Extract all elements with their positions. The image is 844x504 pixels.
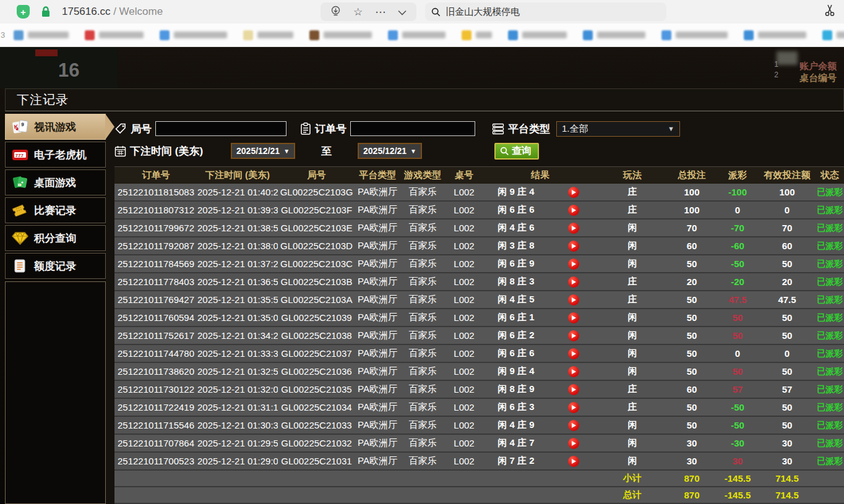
casino-blur-tile bbox=[777, 51, 798, 65]
sidebar-item-3[interactable]: 比赛记录 bbox=[5, 197, 106, 223]
round-id-cell: GL00225C21038 bbox=[278, 330, 355, 341]
game-type-cell: 百家乐 bbox=[400, 419, 446, 431]
total-bet-cell: 50 bbox=[667, 330, 717, 341]
order-number-input[interactable] bbox=[350, 121, 475, 136]
play-replay-button[interactable] bbox=[568, 312, 579, 323]
play-type-cell: 闲 bbox=[598, 240, 667, 252]
play-replay-button[interactable] bbox=[568, 294, 579, 305]
play-replay-button[interactable] bbox=[568, 438, 579, 449]
result-text: 闲 4 庄 7 bbox=[483, 437, 549, 449]
bookmark-item[interactable] bbox=[822, 30, 844, 40]
bookmark-item[interactable] bbox=[661, 30, 728, 40]
table-row: 2512210117155462025-12-21 01:30:34GL0022… bbox=[114, 417, 844, 435]
bookmark-favicon-icon bbox=[822, 30, 832, 40]
query-button[interactable]: 查询 bbox=[494, 143, 539, 160]
play-replay-button[interactable] bbox=[568, 205, 579, 216]
payout-cell: 50 bbox=[717, 366, 759, 377]
sidebar-item-label: 视讯游戏 bbox=[34, 120, 76, 134]
table-row: 2512210117845692025-12-21 01:37:25GL0022… bbox=[114, 255, 844, 273]
play-replay-button[interactable] bbox=[568, 420, 579, 431]
round-id-cell: GL00225C21034 bbox=[278, 402, 355, 412]
round-id-cell: GL00225C21039 bbox=[278, 312, 355, 323]
play-replay-button[interactable] bbox=[568, 348, 579, 359]
sidebar-item-label: 额度记录 bbox=[34, 259, 76, 273]
play-replay-button[interactable] bbox=[568, 223, 579, 234]
platform-cell: PA欧洲厅 bbox=[355, 186, 400, 198]
order-id-cell: 251221011815083 bbox=[114, 187, 197, 197]
game-type-cell: 百家乐 bbox=[400, 186, 446, 198]
bookmark-item[interactable] bbox=[744, 30, 806, 40]
play-replay-button[interactable] bbox=[568, 276, 579, 288]
more-menu-icon[interactable]: ⋯ bbox=[375, 7, 385, 17]
table-no-cell: L002 bbox=[446, 223, 483, 233]
valid-bet-cell: 50 bbox=[759, 366, 816, 377]
total-bet-cell: 50 bbox=[667, 348, 717, 359]
diamond-icon bbox=[11, 230, 28, 246]
scissors-icon[interactable] bbox=[824, 4, 835, 19]
subtotal-row: 小计 870 -145.5 714.5 bbox=[114, 471, 844, 487]
date-from-select[interactable]: 2025/12/21 ▼ bbox=[231, 143, 295, 159]
bookmark-item[interactable] bbox=[309, 30, 372, 40]
sidebar-item-0[interactable]: K9视讯游戏 bbox=[5, 114, 106, 140]
valid-bet-cell: 47.5 bbox=[759, 294, 816, 305]
https-lock-icon[interactable] bbox=[41, 6, 51, 17]
order-id-cell: 251221011799672 bbox=[114, 223, 197, 233]
play-type-cell: 庄 bbox=[598, 294, 667, 305]
play-replay-button[interactable] bbox=[568, 384, 579, 395]
sidebar-item-4[interactable]: 积分查询 bbox=[5, 225, 106, 251]
play-replay-button[interactable] bbox=[568, 241, 579, 252]
bookmark-item[interactable] bbox=[508, 30, 567, 40]
platform-cell: PA欧洲厅 bbox=[355, 294, 400, 305]
play-type-cell: 庄 bbox=[598, 204, 667, 216]
table-no-cell: L002 bbox=[446, 241, 483, 251]
sidebar-item-5[interactable]: 额度记录 bbox=[5, 253, 106, 279]
sidebar-item-1[interactable]: 777电子老虎机 bbox=[5, 142, 106, 168]
sidebar-item-2[interactable]: 10桌面游戏 bbox=[5, 169, 106, 195]
address-bar[interactable]: 175616.cc / Welcome bbox=[62, 6, 163, 18]
round-number-input[interactable] bbox=[155, 121, 286, 136]
sidebar: K9视讯游戏777电子老虎机10桌面游戏比赛记录积分查询额度记录 bbox=[5, 111, 106, 504]
date-to-value: 2025/12/21 bbox=[363, 146, 407, 156]
install-icon[interactable] bbox=[330, 6, 341, 18]
round-id-cell: GL00225C21036 bbox=[278, 366, 355, 377]
bookmark-item[interactable] bbox=[14, 30, 69, 40]
bookmark-item[interactable] bbox=[85, 30, 144, 40]
play-type-cell: 闲 bbox=[598, 455, 667, 467]
date-caret-icon: ▼ bbox=[283, 148, 290, 155]
bet-time-cell: 2025-12-21 01:40:20 bbox=[197, 187, 278, 197]
sidebar-item-label: 桌面游戏 bbox=[34, 176, 76, 190]
status-cell: 已派彩 bbox=[816, 366, 844, 377]
bookmark-item[interactable] bbox=[583, 30, 645, 40]
platform-type-select[interactable]: 1.全部 ▼ bbox=[556, 121, 680, 137]
order-id-cell: 251221011738620 bbox=[114, 366, 197, 377]
bookmark-item[interactable] bbox=[388, 30, 446, 40]
bookmark-item[interactable] bbox=[462, 30, 492, 40]
bookmark-star-icon[interactable]: ☆ bbox=[353, 7, 363, 17]
browser-toolbar: + 175616.cc / Welcome ☆ ⋯ 旧金山大规模停电 bbox=[0, 0, 844, 23]
play-replay-button[interactable] bbox=[568, 330, 579, 341]
search-field[interactable]: 旧金山大规模停电 bbox=[425, 2, 666, 21]
table-header-row: 订单号下注时间 (美东)局号平台类型游戏类型桌号结果玩法总投注派彩有效投注额状态 bbox=[114, 166, 844, 184]
table-row: 2512210117447802025-12-21 01:33:31GL0022… bbox=[114, 345, 844, 363]
valid-bet-cell: 70 bbox=[759, 223, 816, 233]
status-cell: 已派彩 bbox=[816, 187, 844, 198]
bookmark-edge-fragment: 3 bbox=[1, 30, 5, 40]
play-replay-button[interactable] bbox=[568, 187, 579, 198]
play-type-cell: 闲 bbox=[598, 312, 667, 323]
payout-cell: -30 bbox=[717, 438, 759, 448]
order-id-cell: 251221011700523 bbox=[114, 456, 197, 466]
play-replay-button[interactable] bbox=[568, 366, 579, 377]
valid-bet-cell: 0 bbox=[759, 205, 816, 215]
date-to-select[interactable]: 2025/12/21 ▼ bbox=[358, 143, 422, 159]
bookmark-item[interactable] bbox=[160, 30, 227, 40]
round-id-cell: GL00225C2103B bbox=[278, 276, 355, 287]
play-replay-button[interactable] bbox=[568, 456, 579, 467]
play-replay-button[interactable] bbox=[568, 258, 579, 270]
adblock-shield-icon[interactable]: + bbox=[17, 5, 30, 19]
collapse-chevron-icon[interactable] bbox=[398, 7, 407, 17]
result-cell: 闲 9 庄 4 bbox=[483, 363, 598, 380]
bookmark-item[interactable] bbox=[243, 30, 293, 40]
result-cell: 闲 6 庄 6 bbox=[483, 202, 598, 218]
play-replay-button[interactable] bbox=[568, 402, 579, 413]
result-text: 闲 6 庄 6 bbox=[483, 204, 549, 216]
